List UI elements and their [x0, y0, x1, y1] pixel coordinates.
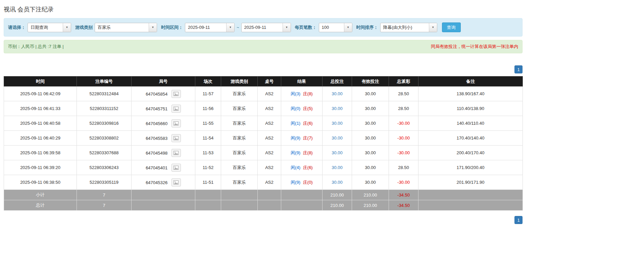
header-round-id: 局号	[132, 76, 195, 87]
page-content: 视讯 会员下注纪录 请选择： 日期查询 ▼ 游戏类别 百家乐 ▼ 时间区间： 2…	[4, 0, 523, 224]
cell-time: 2025-09-11 06:40:58	[4, 116, 77, 131]
total-bet-link[interactable]: 30.00	[332, 106, 343, 111]
cell-bet-id: 522803306243	[77, 160, 132, 175]
page-title: 视讯 会员下注纪录	[4, 0, 523, 18]
total-empty	[132, 200, 195, 211]
game-type-combo[interactable]: 百家乐 ▼	[95, 23, 157, 32]
time-sort-label: 时间排序：	[356, 24, 378, 31]
page-1-button[interactable]: 1	[514, 216, 523, 224]
cell-game-type: 百家乐	[221, 160, 258, 175]
cell-round-id: 647045660	[132, 116, 195, 131]
total-bet-link[interactable]: 30.00	[332, 121, 343, 126]
cell-bet-id: 522803305119	[77, 175, 132, 190]
query-type-combo[interactable]: 日期查询 ▼	[28, 23, 71, 32]
total-empty	[281, 200, 323, 211]
query-type-label: 请选择：	[8, 24, 26, 31]
chevron-down-icon[interactable]: ▼	[283, 23, 291, 32]
round-result-image-button[interactable]	[171, 149, 181, 157]
chevron-down-icon[interactable]: ▼	[344, 23, 352, 32]
subtotal-payout: -34.50	[389, 190, 418, 200]
cell-result: 闲(9) 庄(8)	[281, 146, 323, 160]
total-payout: -34.50	[389, 200, 418, 211]
cell-total-bet: 30.00	[323, 116, 352, 131]
cell-payout: -30.00	[389, 146, 418, 160]
table-body: 2025-09-11 06:42:09 522803312484 6470458…	[4, 87, 523, 190]
cell-round-id: 647045854	[132, 87, 195, 101]
result-banker: 庄(0)	[303, 180, 313, 185]
cell-table-no: AS2	[258, 87, 281, 101]
cell-round-id: 647045326	[132, 175, 195, 190]
total-bet-link[interactable]: 30.00	[332, 135, 343, 141]
cell-session: 11-57	[195, 87, 221, 101]
cell-time: 2025-09-11 06:42:09	[4, 87, 77, 101]
cell-total-bet: 30.00	[323, 175, 352, 190]
page-1-button[interactable]: 1	[514, 65, 523, 73]
chevron-down-icon[interactable]: ▼	[149, 23, 157, 32]
query-type-value[interactable]: 日期查询	[28, 23, 63, 32]
chevron-down-icon[interactable]: ▼	[63, 23, 71, 32]
total-empty	[221, 200, 258, 211]
round-result-image-button[interactable]	[171, 164, 181, 172]
result-banker: 庄(6)	[303, 121, 313, 126]
round-id-text: 647045854	[146, 91, 167, 96]
cell-remark: 170.40/140.40	[418, 131, 523, 146]
total-count: 7	[77, 200, 132, 211]
search-button[interactable]: 查询	[442, 22, 461, 32]
cell-remark: 110.40/138.90	[418, 101, 523, 116]
game-type-label: 游戏类别	[75, 24, 93, 31]
round-id-text: 647045660	[146, 121, 167, 126]
result-player: 闲(3)	[291, 91, 300, 96]
subtotal-empty	[132, 190, 195, 200]
cell-bet-id: 522803308802	[77, 131, 132, 146]
date-to-value[interactable]: 2025-09-11	[242, 23, 283, 32]
cell-bet-id: 522803307688	[77, 146, 132, 160]
table-row: 2025-09-11 06:41:33 522803311152 6470457…	[4, 101, 523, 116]
cell-session: 11-52	[195, 160, 221, 175]
cell-valid-bet: 30.00	[352, 116, 389, 131]
subtotal-empty	[195, 190, 221, 200]
chevron-down-icon[interactable]: ▼	[429, 23, 437, 32]
time-sort-value[interactable]: 降幕(由大到小)	[381, 23, 429, 32]
header-payout: 总派彩	[389, 76, 418, 87]
game-type-value[interactable]: 百家乐	[95, 23, 149, 32]
round-id-text: 647045498	[146, 150, 167, 155]
total-bet-link[interactable]: 30.00	[332, 91, 343, 96]
pagination-bottom: 1	[4, 216, 523, 224]
total-empty	[195, 200, 221, 211]
cell-valid-bet: 30.00	[352, 87, 389, 101]
subtotal-empty	[418, 190, 523, 200]
time-sort-combo[interactable]: 降幕(由大到小) ▼	[380, 23, 437, 32]
cell-payout: 28.50	[389, 87, 418, 101]
chevron-down-icon[interactable]: ▼	[226, 23, 234, 32]
total-bet-link[interactable]: 30.00	[332, 165, 343, 170]
cell-session: 11-53	[195, 146, 221, 160]
table-row: 2025-09-11 06:40:58 522803309816 6470456…	[4, 116, 523, 131]
result-player: 闲(9)	[291, 180, 300, 185]
header-bet-id: 注单编号	[77, 76, 132, 87]
round-result-image-button[interactable]	[171, 134, 181, 142]
result-player: 闲(9)	[291, 150, 300, 155]
round-result-image-button[interactable]	[171, 178, 181, 186]
cell-table-no: AS2	[258, 131, 281, 146]
date-from-combo[interactable]: 2025-09-11 ▼	[185, 23, 235, 32]
table-row: 2025-09-11 06:42:09 522803312484 6470458…	[4, 87, 523, 101]
cell-remark: 201.90/171.90	[418, 175, 523, 190]
cell-valid-bet: 30.00	[352, 175, 389, 190]
total-bet-link[interactable]: 30.00	[332, 180, 343, 185]
header-time: 时间	[4, 76, 77, 87]
page-size-combo[interactable]: 100 ▼	[319, 23, 352, 32]
cell-remark: 140.40/110.40	[418, 116, 523, 131]
table-row: 2025-09-11 06:38:50 522803305119 6470453…	[4, 175, 523, 190]
cell-total-bet: 30.00	[323, 101, 352, 116]
cell-payout: -30.00	[389, 131, 418, 146]
date-from-value[interactable]: 2025-09-11	[185, 23, 226, 32]
date-to-combo[interactable]: 2025-09-11 ▼	[241, 23, 291, 32]
cell-valid-bet: 30.00	[352, 146, 389, 160]
round-result-image-button[interactable]	[171, 105, 181, 113]
round-result-image-button[interactable]	[171, 119, 181, 127]
pagination-top: 1	[4, 65, 523, 73]
cell-result: 闲(9) 庄(7)	[281, 131, 323, 146]
total-bet-link[interactable]: 30.00	[332, 150, 343, 155]
page-size-value[interactable]: 100	[319, 23, 344, 32]
round-result-image-button[interactable]	[171, 90, 181, 98]
